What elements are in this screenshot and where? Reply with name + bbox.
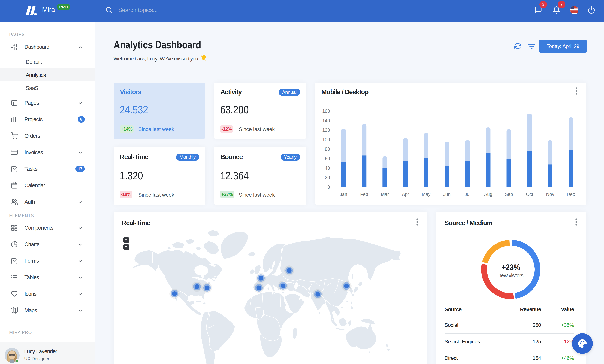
svg-text:140: 140 (322, 118, 330, 123)
svg-text:20: 20 (325, 175, 330, 180)
svg-text:May: May (421, 191, 430, 197)
svg-text:40: 40 (325, 165, 330, 171)
svg-text:Aug: Aug (484, 191, 492, 197)
svg-text:Dec: Dec (566, 191, 575, 197)
svg-text:100: 100 (322, 137, 330, 142)
svg-text:160: 160 (322, 108, 330, 113)
svg-text:Jun: Jun (443, 191, 450, 197)
svg-text:Nov: Nov (546, 191, 554, 197)
svg-text:Sep: Sep (504, 191, 513, 197)
svg-text:80: 80 (325, 146, 330, 151)
svg-text:Apr: Apr (402, 191, 409, 197)
svg-text:Mar: Mar (381, 191, 389, 197)
svg-text:Oct: Oct (526, 191, 533, 197)
svg-text:Jan: Jan (340, 191, 347, 197)
svg-text:Jul: Jul (465, 191, 470, 197)
svg-text:Feb: Feb (360, 191, 368, 197)
svg-text:120: 120 (322, 127, 330, 132)
svg-text:60: 60 (325, 156, 330, 161)
svg-text:0: 0 (327, 184, 330, 189)
